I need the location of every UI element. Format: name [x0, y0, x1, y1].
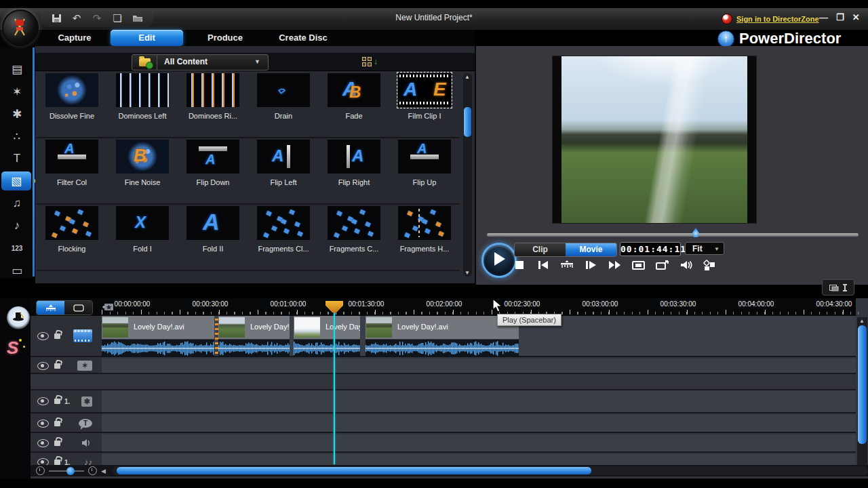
volume-button[interactable]: [677, 259, 694, 271]
sidebar-item-voiceover-room[interactable]: ♪: [5, 216, 29, 235]
seek-ruler-button[interactable]: [559, 259, 575, 271]
library-item[interactable]: Fragments H...: [389, 204, 460, 271]
library-scroll-thumb[interactable]: [464, 107, 471, 137]
library-item[interactable]: XFold I: [107, 204, 178, 271]
sidebar-item-chapter-room[interactable]: 123: [5, 239, 29, 258]
sidebar-item-subtitle-room[interactable]: ▭: [5, 261, 29, 280]
seek-slider[interactable]: [487, 233, 859, 237]
clip-name: Lovely Day!.avi: [392, 316, 448, 339]
timeline-clip[interactable]: Lovely Day!.avi: [366, 316, 519, 357]
content-filter-dropdown[interactable]: All Content ▼: [132, 54, 269, 70]
seek-ruler-icon: [559, 260, 575, 271]
minimize-button[interactable]: —: [819, 12, 828, 22]
zoom-out-clock-icon[interactable]: [36, 466, 45, 475]
timeline-clip[interactable]: Lovely Day!.avi: [102, 316, 214, 357]
ruler-label: 00:01:00:00: [271, 300, 307, 308]
timeline-clip[interactable]: Lovely Day: [294, 316, 360, 357]
previous-frame-button[interactable]: [535, 259, 551, 271]
track-lock-icon[interactable]: [54, 333, 60, 339]
timeline-zoom-slider[interactable]: [49, 470, 84, 472]
library-item[interactable]: Fragments C...: [319, 204, 389, 271]
sidebar-item-media-room[interactable]: ▤: [5, 60, 29, 79]
library-item[interactable]: AEFilm Clip I: [389, 71, 460, 138]
track-visible-icon[interactable]: [37, 420, 49, 428]
preview-quality-button[interactable]: [701, 259, 717, 271]
library-item[interactable]: Dominoes Left: [107, 71, 178, 138]
track-lock-icon[interactable]: [54, 441, 60, 446]
track-visible-icon[interactable]: [37, 397, 49, 405]
library-item[interactable]: ABFade: [319, 71, 389, 138]
track-lock-icon[interactable]: [54, 363, 60, 369]
preview-dock-button[interactable]: [822, 279, 854, 296]
timeline-hscrollbar[interactable]: [113, 466, 868, 475]
clip-thumbnail: [366, 317, 392, 338]
zoom-fit-select[interactable]: Fit▼: [685, 242, 724, 255]
library-item[interactable]: AFold II: [178, 204, 248, 271]
library-item[interactable]: AFlip Down: [178, 138, 248, 205]
next-frame-button[interactable]: [583, 259, 599, 271]
library-scrollbar[interactable]: ▲ ▼: [463, 73, 472, 277]
sidebar-item-particle-room[interactable]: ∴: [5, 127, 29, 146]
library-item[interactable]: Dominoes Ri...: [178, 71, 248, 138]
magic-movie-wizard-icon[interactable]: [7, 306, 30, 329]
stop-button[interactable]: [511, 259, 528, 271]
timeline-vscrollbar[interactable]: ▲: [857, 317, 867, 465]
mode-movie-button[interactable]: Movie: [566, 243, 616, 256]
sort-view-button[interactable]: ↓: [362, 55, 381, 68]
track-visible-icon[interactable]: [37, 362, 49, 370]
sign-in-link[interactable]: Sign in to DirectorZone: [736, 15, 819, 23]
tab-capture[interactable]: Capture: [39, 30, 110, 46]
scroll-down-icon[interactable]: ▼: [465, 270, 470, 276]
tab-create-disc[interactable]: Create Disc: [269, 30, 337, 46]
undock-preview-button[interactable]: [654, 259, 670, 271]
track-lock-icon[interactable]: [54, 399, 60, 404]
storyboard-view-button[interactable]: [64, 301, 92, 314]
scroll-left-icon[interactable]: ◀: [101, 468, 106, 474]
scroll-up-icon[interactable]: ▲: [465, 74, 470, 80]
magic-style-icon[interactable]: S: [7, 338, 18, 359]
track-lock-icon[interactable]: [54, 421, 60, 426]
audio-mixing-room-icon: ♫: [13, 197, 22, 210]
ruler-icon: [842, 283, 848, 292]
timecode-display[interactable]: 00:01:44:11: [620, 242, 681, 256]
full-screen-button[interactable]: [630, 259, 646, 271]
track-effect-content[interactable]: [102, 359, 856, 374]
library-item[interactable]: BFine Noise: [107, 138, 178, 205]
room-sidebar: ▤✶✱∴T▧♫♪123▭: [0, 47, 33, 278]
zoom-slider-knob[interactable]: [66, 467, 75, 475]
vscroll-thumb[interactable]: [858, 325, 867, 444]
track-lock-icon[interactable]: [54, 460, 60, 465]
sidebar-item-title-room[interactable]: T: [5, 149, 29, 168]
track-voice-content[interactable]: [102, 434, 856, 453]
library-item[interactable]: Fragments Cl...: [248, 204, 319, 271]
fast-forward-button[interactable]: [606, 259, 623, 271]
timeline-ruler[interactable]: 00:00:00:0000:00:30:0000:01:00:0000:01:3…: [102, 298, 868, 316]
library-item[interactable]: Flocking: [37, 204, 107, 271]
zoom-in-clock-icon[interactable]: [88, 466, 97, 475]
track-visible-icon[interactable]: [37, 439, 49, 447]
track-pip-content[interactable]: [102, 390, 856, 413]
timeline-view-button[interactable]: [37, 301, 64, 314]
library-item[interactable]: AFlip Up: [389, 138, 460, 205]
library-item[interactable]: AFlip Left: [248, 138, 319, 205]
track-visible-icon[interactable]: [37, 332, 49, 340]
tab-edit[interactable]: Edit: [111, 30, 183, 46]
folder-filter-icon[interactable]: [132, 55, 157, 70]
video-image: [561, 56, 747, 223]
sidebar-item-effect-room[interactable]: ✶: [5, 82, 29, 101]
mode-clip-button[interactable]: Clip: [515, 243, 566, 256]
scroll-up-icon[interactable]: ▲: [859, 318, 865, 324]
tab-produce[interactable]: Produce: [191, 30, 259, 46]
hscroll-thumb[interactable]: [117, 467, 591, 474]
sidebar-item-pip-objects-room[interactable]: ✱: [5, 104, 29, 123]
sidebar-item-transition-room[interactable]: ▧: [1, 171, 31, 190]
library-item[interactable]: AFlip Right: [319, 138, 389, 205]
restore-button[interactable]: ❐: [836, 12, 844, 22]
close-button[interactable]: ✕: [852, 12, 860, 22]
library-item[interactable]: AFilter Col: [37, 138, 107, 205]
library-item[interactable]: Dissolve Fine: [37, 71, 107, 138]
timeline-clip[interactable]: Lovely Day!.: [218, 316, 290, 357]
sidebar-item-audio-mixing-room[interactable]: ♫: [5, 194, 29, 213]
track-title-content[interactable]: [102, 415, 856, 433]
library-item[interactable]: ⌔Drain: [248, 71, 319, 138]
